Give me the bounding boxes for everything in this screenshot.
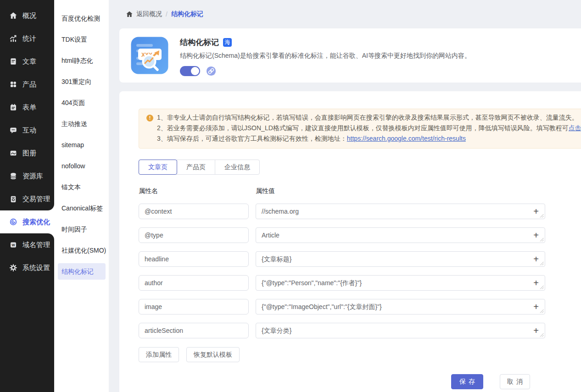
- primary-sidebar: 概况 统计 文章 产品 表单 互动: [0, 0, 54, 392]
- submenu-item-push[interactable]: 主动推送: [54, 113, 109, 134]
- sidebar-item-products[interactable]: 产品: [0, 73, 54, 96]
- warning-notice-lines: 1、非专业人士请勿自行填写结构化标记，若填写错误，会直接影响网页在搜索引擎的收录…: [157, 112, 581, 144]
- submenu-item-sitemap[interactable]: sitemap: [54, 134, 109, 155]
- insert-variable-button[interactable]: +: [533, 325, 539, 336]
- tutorial-link[interactable]: 点击这里: [569, 124, 581, 132]
- submenu-item-404[interactable]: 404页面: [54, 92, 109, 113]
- attribute-row: Article +: [139, 227, 581, 243]
- toggle-knob: [191, 67, 199, 75]
- attribute-value-text: {"@type":"Person","name":"{作者}"}: [256, 276, 545, 290]
- submenu-item-canonical[interactable]: Canonical标签: [54, 198, 109, 219]
- attribute-value-textarea[interactable]: Article +: [256, 227, 545, 243]
- sidebar-item-library[interactable]: 资源库: [0, 165, 54, 188]
- breadcrumb-back-label: 返回概况: [136, 10, 162, 18]
- sidebar-item-seo[interactable]: 搜索优化: [0, 210, 54, 233]
- attribute-value-textarea[interactable]: {文章分类} +: [256, 323, 545, 338]
- resize-handle[interactable]: [540, 261, 544, 265]
- submenu-item-smo[interactable]: 社媒优化(SMO): [54, 240, 109, 261]
- sidebar-item-label: 资源库: [22, 172, 43, 181]
- primary-sidebar-bottom-segment: W 域名管理 系统设置: [0, 233, 54, 392]
- notice-line-2-text: 2、若业务需要必须添加，请以JSON_LD格式编写，建议直接使用默认模板，仅替换…: [157, 124, 569, 132]
- insert-variable-button[interactable]: +: [533, 254, 539, 265]
- attribute-value-textarea[interactable]: {文章标题} +: [256, 251, 545, 267]
- breadcrumb-back-link[interactable]: 返回概况: [126, 10, 162, 18]
- sidebar-item-domains[interactable]: W 域名管理: [0, 233, 54, 256]
- attribute-row: {文章分类} +: [139, 323, 581, 338]
- sidebar-item-label: 概况: [22, 11, 36, 20]
- sidebar-item-label: 文章: [22, 57, 36, 66]
- submenu-item-html-static[interactable]: html静态化: [54, 50, 109, 71]
- tab-company-info[interactable]: 企业信息: [215, 160, 260, 175]
- attribute-value-header: 属性值: [256, 187, 275, 195]
- svg-text:W: W: [11, 243, 15, 247]
- attribute-value-text: Article: [256, 228, 545, 243]
- feature-description: 结构化标记(Schema)是给搜索引擎看的标准化标注，能让谷歌、AI等搜索中更好…: [180, 52, 471, 60]
- attribute-value-textarea[interactable]: //schema.org +: [256, 204, 545, 219]
- resize-handle[interactable]: [540, 237, 544, 242]
- form-headers: 属性名 属性值: [139, 187, 581, 195]
- attribute-value-textarea[interactable]: {"@type":"Person","name":"{作者}"} +: [256, 275, 545, 291]
- attribute-value-text: {"@type":"ImageObject","url":"{文章封面}"}: [256, 299, 545, 314]
- attribute-value-text: {文章分类}: [256, 323, 545, 338]
- attribute-value-textarea[interactable]: {"@type":"ImageObject","url":"{文章封面}"} +: [256, 299, 545, 315]
- tab-product-page[interactable]: 产品页: [177, 160, 215, 175]
- attribute-row: //schema.org +: [139, 204, 581, 219]
- feature-toggle[interactable]: [180, 66, 200, 76]
- feature-header-content: 结构化标记 海 结构化标记(Schema)是给搜索引擎看的标准化标注，能让谷歌、…: [180, 36, 471, 75]
- breadcrumb-current[interactable]: 结构化标记: [171, 10, 203, 18]
- form-icon: [9, 103, 17, 111]
- tab-article-page[interactable]: 文章页: [139, 160, 177, 175]
- attribute-name-input[interactable]: [139, 323, 249, 338]
- schema-settings-panel: ! 1、非专业人士请勿自行填写结构化标记，若填写错误，会直接影响网页在搜索引擎的…: [119, 91, 581, 392]
- sidebar-item-label: 产品: [22, 80, 36, 89]
- attribute-name-input[interactable]: [139, 251, 249, 267]
- insert-variable-button[interactable]: +: [533, 277, 539, 288]
- sidebar-item-label: 互动: [22, 126, 36, 135]
- sidebar-item-gallery[interactable]: 图册: [0, 142, 54, 165]
- domain-icon: W: [9, 241, 17, 249]
- seo-icon: [9, 218, 17, 226]
- trade-icon: [9, 195, 17, 203]
- cancel-button[interactable]: 取消: [500, 374, 530, 389]
- resize-handle[interactable]: [540, 309, 544, 313]
- warning-notice: ! 1、非专业人士请勿自行填写结构化标记，若填写错误，会直接影响网页在搜索引擎的…: [139, 109, 581, 149]
- sidebar-item-interaction[interactable]: 互动: [0, 119, 54, 142]
- attribute-name-input[interactable]: [139, 275, 249, 291]
- submenu-item-time-factor[interactable]: 时间因子: [54, 219, 109, 240]
- home-icon: [9, 11, 17, 20]
- save-button[interactable]: 保存: [451, 374, 483, 389]
- sidebar-item-label: 搜索优化: [22, 218, 50, 226]
- attribute-row: {"@type":"Person","name":"{作者}"} +: [139, 275, 581, 291]
- insert-variable-button[interactable]: +: [533, 301, 539, 312]
- sidebar-item-stats[interactable]: 统计: [0, 27, 54, 50]
- attribute-value-text: //schema.org: [256, 204, 545, 219]
- app-layout: 概况 统计 文章 产品 表单 互动: [0, 0, 581, 392]
- rich-results-link[interactable]: https://search.google.com/test/rich-resu…: [347, 135, 466, 142]
- submenu-item-anchor-text[interactable]: 锚文本: [54, 177, 109, 198]
- restore-template-button[interactable]: 恢复默认模板: [186, 347, 240, 362]
- attribute-name-input[interactable]: [139, 204, 249, 219]
- submenu-item-tdk[interactable]: TDK设置: [54, 29, 109, 50]
- sidebar-item-forms[interactable]: 表单: [0, 96, 54, 119]
- submenu-item-baidu-check[interactable]: 百度优化检测: [54, 8, 109, 29]
- attribute-name-input[interactable]: [139, 299, 249, 315]
- submenu-item-nofollow[interactable]: nofollow: [54, 155, 109, 177]
- feature-header-card: XXX 结构化标记 海 结构化标记(Schema)是给搜索引擎看的标准化标注，能…: [119, 28, 581, 83]
- submenu-item-schema[interactable]: 结构化标记: [58, 263, 106, 280]
- overseas-badge: 海: [223, 38, 232, 47]
- attribute-name-input[interactable]: [139, 227, 249, 243]
- submenu-item-301[interactable]: 301重定向: [54, 71, 109, 92]
- link-icon[interactable]: [206, 66, 216, 76]
- resize-handle[interactable]: [540, 285, 544, 289]
- sidebar-item-overview[interactable]: 概况: [0, 4, 54, 27]
- resize-handle[interactable]: [540, 333, 544, 337]
- article-icon: [9, 57, 17, 66]
- sidebar-item-settings[interactable]: 系统设置: [0, 256, 54, 279]
- sidebar-item-trade[interactable]: 交易管理: [0, 188, 54, 210]
- add-attribute-button[interactable]: 添加属性: [139, 347, 179, 362]
- resize-handle[interactable]: [540, 214, 544, 218]
- insert-variable-button[interactable]: +: [533, 230, 539, 241]
- insert-variable-button[interactable]: +: [533, 206, 539, 217]
- panel-footer: 保存 取消: [139, 374, 530, 389]
- sidebar-item-articles[interactable]: 文章: [0, 50, 54, 73]
